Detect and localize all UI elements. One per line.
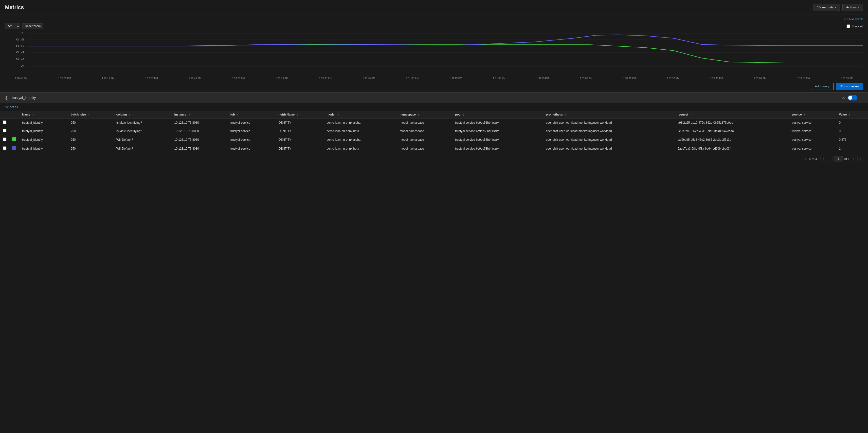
next-page-button[interactable]: ›	[851, 156, 856, 162]
cell-name: trustyai_identity	[19, 127, 68, 135]
chart-wrapper: 1 0.8 0.6 0.4 0.2 0 1:28:45 PM 1:29:00 P…	[5, 31, 863, 80]
x-label-7: 1:30:30 PM	[319, 77, 332, 80]
query-input[interactable]	[12, 96, 839, 100]
sort-icon-service: ⇕	[804, 113, 806, 116]
chart-svg: 1 0.8 0.6 0.4 0.2 0	[5, 31, 863, 75]
cell-instance: 10.128.10.73:8080	[172, 144, 227, 153]
x-label-14: 1:32:15 PM	[623, 77, 636, 80]
th-pod[interactable]: pod ⇕	[452, 111, 543, 118]
cell-pod: trustyai-service-6c9dc58bbf-rszrv	[452, 135, 543, 144]
th-model[interactable]: model ⇕	[324, 111, 397, 118]
sort-icon-request: ⇕	[690, 113, 692, 116]
cell-prometheus: openshift-user-workload-monitoring/user-…	[543, 127, 675, 135]
cell-pod: trustyai-service-6c9dc58bbf-rszrv	[452, 127, 543, 135]
page-number-input[interactable]	[834, 156, 843, 162]
x-label-1: 1:29:00 PM	[58, 77, 71, 80]
actions-dropdown[interactable]: Actions ▾	[842, 4, 863, 11]
row-checkbox-2[interactable]	[3, 138, 6, 141]
prev-page-button[interactable]: ‹	[828, 156, 833, 162]
stacked-label-text: Stacked	[851, 24, 863, 28]
query-clear-button[interactable]: ✕	[842, 95, 845, 100]
table-header-row: Name ⇕ batch_size ⇕ column ⇕ instance ⇕ …	[0, 111, 868, 118]
query-toggle[interactable]	[847, 95, 858, 100]
cell-column: Will Default?	[114, 144, 172, 153]
run-queries-button[interactable]: Run queries	[836, 83, 863, 90]
cell-model: demo-loan-nn-onnx-alpha	[324, 118, 397, 127]
cell-namespace: model-namespace	[397, 127, 452, 135]
cell-batch-size: 250	[68, 135, 114, 144]
cell-service: trustyai-service	[788, 135, 836, 144]
x-label-12: 1:31:45 PM	[536, 77, 549, 80]
svg-text:0.4: 0.4	[16, 51, 25, 54]
add-query-button[interactable]: Add query	[811, 83, 834, 90]
row-color-cell	[9, 118, 19, 127]
query-actions: Add query Run queries	[0, 80, 868, 92]
row-checkbox-1[interactable]	[3, 129, 6, 132]
cell-name: trustyai_identity	[19, 118, 68, 127]
svg-text:0: 0	[21, 65, 24, 68]
svg-text:1: 1	[21, 32, 24, 34]
time-range-select[interactable]: 5m 15m 30m 1h	[5, 23, 20, 29]
pagination: 1 - 4 of 4 « ‹ of 1 › »	[0, 153, 868, 165]
th-name[interactable]: Name ⇕	[19, 111, 68, 118]
x-label-11: 1:31:30 PM	[493, 77, 505, 80]
th-job[interactable]: job ⇕	[227, 111, 275, 118]
stacked-checkbox[interactable]	[846, 24, 850, 28]
cell-value: 0.276	[836, 135, 868, 144]
cell-batch-size: 250	[68, 144, 114, 153]
th-request[interactable]: request ⇕	[675, 111, 788, 118]
sort-icon-name: ⇕	[32, 113, 34, 116]
first-page-button[interactable]: «	[820, 156, 826, 162]
row-color-cell	[9, 144, 19, 153]
header: Metrics 15 seconds ▾ Actions ▾	[0, 0, 868, 15]
th-batch-size[interactable]: batch_size ⇕	[68, 111, 114, 118]
graph-section: ◁ Hide graph 5m 15m 30m 1h Reset zoom St…	[0, 15, 868, 80]
sort-icon-value: ⇕	[848, 113, 850, 116]
sort-icon-prometheus: ⇕	[565, 113, 567, 116]
th-namespace[interactable]: namespace ⇕	[397, 111, 452, 118]
row-checkbox-3[interactable]	[3, 146, 6, 150]
cell-request: a98f2a25-ae10-472c-862d-06651875b0de	[675, 118, 788, 127]
th-metricname[interactable]: metricName ⇕	[275, 111, 323, 118]
reset-zoom-button[interactable]: Reset zoom	[22, 23, 43, 29]
hide-graph-icon: ◁	[844, 17, 846, 21]
x-label-8: 1:30:45 PM	[363, 77, 375, 80]
x-label-0: 1:28:45 PM	[15, 77, 27, 80]
th-value[interactable]: Value ⇕	[836, 111, 868, 118]
th-instance[interactable]: instance ⇕	[172, 111, 227, 118]
x-label-4: 1:29:45 PM	[189, 77, 201, 80]
cell-instance: 10.128.10.73:8080	[172, 135, 227, 144]
svg-text:0.6: 0.6	[16, 45, 25, 48]
query-kebab-button[interactable]: ⋮	[860, 95, 864, 100]
cell-column: Will Default?	[114, 135, 172, 144]
x-label-19: 1:33:30 PM	[841, 77, 853, 80]
row-checkbox-0[interactable]	[3, 120, 6, 124]
th-column[interactable]: column ⇕	[114, 111, 172, 118]
time-range-dropdown[interactable]: 15 seconds ▾	[813, 4, 840, 11]
row-checkbox-cell	[0, 135, 9, 144]
query-row: ❮ ✕ ⋮	[0, 92, 868, 103]
hide-graph-label: Hide graph	[847, 17, 863, 21]
last-page-button[interactable]: »	[858, 156, 863, 162]
pagination-range: 1 - 4 of 4	[804, 157, 817, 161]
th-prometheus[interactable]: prometheus ⇕	[543, 111, 675, 118]
cell-job: trustyai-service	[227, 144, 275, 153]
th-service[interactable]: service ⇕	[788, 111, 836, 118]
cell-service: trustyai-service	[788, 118, 836, 127]
x-label-6: 1:30:15 PM	[276, 77, 288, 80]
hide-graph-link[interactable]: ◁ Hide graph	[844, 17, 863, 21]
sort-icon-model: ⇕	[337, 113, 339, 116]
table-row: trustyai_identity250Is Male-Identifying?…	[0, 118, 868, 127]
select-all-button[interactable]: Select all	[0, 103, 868, 111]
cell-pod: trustyai-service-6c9dc58bbf-rszrv	[452, 118, 543, 127]
row-checkbox-cell	[0, 127, 9, 135]
svg-text:0.8: 0.8	[16, 38, 25, 41]
kebab-icon: ⋮	[860, 95, 864, 100]
x-label-15: 1:32:30 PM	[667, 77, 679, 80]
cell-request: caf99a95-b5c8-45e2-8e62-2bb3df2f513d	[675, 135, 788, 144]
cell-metricname: IDENTITY	[275, 144, 323, 153]
page-title: Metrics	[5, 4, 24, 10]
th-color	[9, 111, 19, 118]
cell-model: demo-loan-nn-onnx-alpha	[324, 135, 397, 144]
query-expand-button[interactable]: ❮	[4, 95, 9, 100]
